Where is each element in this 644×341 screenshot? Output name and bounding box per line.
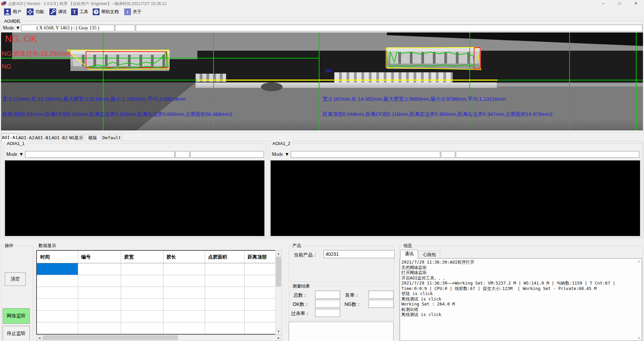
aoi-view-panel-right xyxy=(270,160,640,236)
stop-listen-button[interactable]: 停止监听 xyxy=(3,326,30,341)
tab-comms[interactable]: 通讯 xyxy=(400,250,418,259)
comms-log[interactable]: 2021/7/29 11:36:30:AOI程序打开 关闭网络监听 打开网络监听… xyxy=(400,258,642,341)
camera-mode-dropdown[interactable]: Mode▼ xyxy=(3,25,20,31)
log-line: 登陆 is click xyxy=(401,291,636,296)
tab-aoi-b2[interactable]: AOI-B2 xyxy=(51,134,68,141)
chevron-down-icon: ▼ xyxy=(19,152,24,157)
hscroll-thumb[interactable] xyxy=(43,335,178,340)
chevron-down-icon: ▼ xyxy=(16,25,20,31)
view-left-small-box xyxy=(175,151,190,158)
tab-aoi-a1[interactable]: AOI-A1 xyxy=(1,133,18,142)
tool-icon: T xyxy=(71,8,78,15)
toolbar-item-label: 调试 xyxy=(58,9,67,15)
left-stats-line1: 宽:2.215mm,长:15.290mm,最大胶宽:2.2218mm,最小:1.… xyxy=(2,96,186,102)
chevron-down-icon: ▼ xyxy=(285,152,289,157)
scroll-left-icon[interactable]: ◄ xyxy=(37,335,42,340)
mode-label: Mode xyxy=(6,152,17,157)
clear-button[interactable]: 清空 xyxy=(5,272,26,286)
camera-status-box-long xyxy=(136,25,642,31)
toolbar-item-user[interactable]: 用户 xyxy=(3,8,23,16)
ng-label-text: NG xyxy=(2,63,12,70)
tab-aoi-b1[interactable]: AOI-B1 xyxy=(35,134,51,141)
data-table[interactable]: 时间 编号 胶宽 胶长 点胶面积 距离顶部 xyxy=(36,250,276,335)
toolbar-item-label: 帮助文档 xyxy=(101,9,119,15)
col-header-time[interactable]: 时间 xyxy=(37,251,78,263)
camera-image-view[interactable]: NG, OK NG:胶体过长:15.290mm, NG OK 宽:2.215mm… xyxy=(1,32,643,130)
current-product-input[interactable]: 40231 xyxy=(324,250,395,258)
view-right-long-box xyxy=(456,151,639,158)
col-header-glue-area[interactable]: 点胶面积 xyxy=(205,251,244,263)
right-stats-line2: 距离顶部0.048mm,距离CF层0.110mm,距离左边界0.304mm,距离… xyxy=(323,111,553,118)
scroll-up-icon[interactable]: ▲ xyxy=(275,250,282,256)
table-hscrollbar[interactable]: ◄ ► xyxy=(36,335,282,341)
scroll-up-icon[interactable]: ▲ xyxy=(637,259,641,263)
svg-text:?: ? xyxy=(95,10,97,15)
left-stats-line2: 距离顶部0.031mm,距离CF层0.110mm,距离左边界0.153mm,距离… xyxy=(2,111,232,118)
tab-template[interactable]: 模版 xyxy=(84,134,101,141)
help-icon: ? xyxy=(93,8,99,15)
log-line: 打开网络监听 xyxy=(401,270,636,275)
tab-ng-display[interactable]: NG显示 xyxy=(68,134,85,141)
yellow-region-left xyxy=(67,50,169,70)
tab-aoi-a2[interactable]: AOI-A2 xyxy=(18,134,35,141)
camera-status-box-small xyxy=(115,25,135,31)
toolbar-item-label: 工具 xyxy=(80,9,88,15)
tab-default[interactable]: Default xyxy=(101,134,123,141)
table-gridline xyxy=(37,310,276,311)
view-right-label: AOIA1_2 xyxy=(271,141,292,146)
selected-cell[interactable] xyxy=(37,263,78,275)
scroll-down-icon[interactable]: ▼ xyxy=(275,328,282,334)
product-label: 产品 xyxy=(291,243,303,249)
log-line: 2021/7/29 11:36:30——>Working Set: VM:523… xyxy=(401,281,636,286)
svg-text:i: i xyxy=(127,9,128,15)
view-left-mode-dropdown[interactable]: Mode▼ xyxy=(6,151,24,158)
result-status-text: NG, OK xyxy=(5,34,37,44)
network-listen-button[interactable]: 网络监听 xyxy=(3,308,30,324)
total-label: 总数： xyxy=(293,292,308,298)
results-extra-panel xyxy=(289,322,394,341)
view-right-mode-dropdown[interactable]: Mode▼ xyxy=(272,151,289,158)
user-icon xyxy=(4,8,11,15)
info-label: 信息 xyxy=(402,243,414,249)
window-title: 点胶AOI [ Version : 1.0.0.9 ] 程序 【当前用户: En… xyxy=(8,1,166,7)
table-vscrollbar[interactable]: ▲ ▼ xyxy=(275,250,282,335)
app-window: 点胶AOI [ Version : 1.0.0.9 ] 程序 【当前用户: En… xyxy=(0,0,644,341)
log-line: 开启AOI监控工具。。。 xyxy=(401,275,636,281)
view-left-label: AOIA1_1 xyxy=(5,141,26,146)
table-gridline xyxy=(37,298,276,299)
overkill-value-box xyxy=(315,309,340,317)
col-header-dist-top[interactable]: 距离顶部 xyxy=(244,251,276,263)
yield-value-box xyxy=(369,291,394,299)
tab-heartbeat[interactable]: 心跳包 xyxy=(419,251,440,259)
ng-count-box xyxy=(369,300,394,308)
toolbar-item-label: 用户 xyxy=(13,9,21,15)
col-header-id[interactable]: 编号 xyxy=(78,251,121,263)
ok-label-text: OK xyxy=(325,68,332,73)
col-header-glue-length[interactable]: 胶长 xyxy=(163,251,205,263)
table-gridline xyxy=(37,275,276,275)
col-header-glue-width[interactable]: 胶宽 xyxy=(121,251,163,263)
data-display-label: 数据显示 xyxy=(37,243,58,249)
wrench-icon xyxy=(49,8,56,15)
scroll-down-icon[interactable]: ▼ xyxy=(637,336,641,340)
yellow-region-right xyxy=(386,47,481,70)
table-gridline xyxy=(37,322,276,322)
toolbar-item-label: 功能 xyxy=(35,9,44,15)
toolbar-item-tools[interactable]: T 工具 xyxy=(70,8,90,16)
yield-label: 良率： xyxy=(345,292,359,298)
log-line: 2021/7/29 11:36:30:AOI程序打开 xyxy=(401,260,636,265)
scroll-right-icon[interactable]: ► xyxy=(276,335,282,340)
overkill-label: 过杀率： xyxy=(291,311,310,317)
toolbar-item-about[interactable]: i 关于 xyxy=(123,8,143,16)
view-left-info-box xyxy=(25,151,175,158)
view-right-small-box xyxy=(441,151,455,158)
operations-label: 操作 xyxy=(3,243,15,249)
vscroll-thumb[interactable] xyxy=(276,257,281,287)
close-button[interactable]: ✕ xyxy=(628,0,644,7)
toolbar-item-help[interactable]: ? 帮助文档 xyxy=(91,8,120,16)
minimize-button[interactable]: – xyxy=(595,0,612,7)
toolbar-item-debug[interactable]: 调试 xyxy=(48,8,68,16)
maximize-button[interactable]: □ xyxy=(612,0,628,7)
log-line: 离线测试 is click xyxy=(401,312,636,317)
toolbar-item-function[interactable]: 功能 xyxy=(25,8,45,16)
